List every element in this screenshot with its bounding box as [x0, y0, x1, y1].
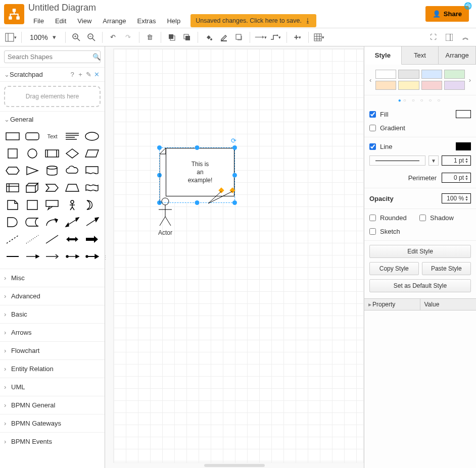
copy-style-button[interactable]: Copy Style	[369, 262, 419, 275]
tab-text[interactable]: Text	[402, 46, 439, 64]
color-swatch[interactable]	[421, 81, 442, 90]
shape-tape[interactable]	[84, 181, 101, 195]
resize-handle-s[interactable]	[195, 200, 200, 205]
menu-help[interactable]: Help	[162, 15, 185, 27]
language-icon[interactable]: 🌐	[464, 2, 472, 10]
palette-general-header[interactable]: ⌄General	[0, 112, 105, 127]
palette-misc[interactable]: ›Misc	[0, 269, 105, 287]
shape-or[interactable]	[84, 198, 101, 212]
palette-bpmn-events[interactable]: ›BPMN Events	[0, 432, 105, 450]
resize-handle-n[interactable]	[195, 145, 200, 150]
shape-biarrow-thick[interactable]	[64, 232, 80, 246]
shape-connector[interactable]	[64, 249, 80, 264]
fill-checkbox[interactable]	[369, 111, 376, 118]
rotate-handle[interactable]: ⟳	[231, 137, 236, 144]
palette-bpmn-general[interactable]: ›BPMN General	[0, 396, 105, 414]
canvas-scrollbar[interactable]	[204, 464, 265, 467]
document-title[interactable]: Untitled Diagram	[28, 1, 425, 14]
shape-document[interactable]	[84, 164, 101, 178]
shape-square[interactable]	[4, 146, 21, 161]
shape-actor[interactable]	[64, 198, 80, 212]
resize-handle-ne[interactable]	[232, 145, 237, 150]
palette-advanced[interactable]: ›Advanced	[0, 287, 105, 305]
shape-callout[interactable]	[44, 198, 61, 212]
shape-rectangle[interactable]	[4, 129, 21, 143]
menu-arrange[interactable]: Arrange	[98, 15, 131, 27]
palette-arrows[interactable]: ›Arrows	[0, 323, 105, 341]
scratchpad-help-icon[interactable]: ?	[68, 71, 76, 78]
color-swatch[interactable]	[398, 81, 419, 90]
gradient-checkbox[interactable]	[369, 125, 376, 131]
chevron-down-icon[interactable]: ⌄	[4, 71, 10, 78]
scratchpad-close-icon[interactable]: ✕	[92, 71, 101, 78]
paste-style-button[interactable]: Paste Style	[422, 262, 471, 275]
share-button[interactable]: 👤 Share	[425, 6, 469, 22]
shape-link[interactable]	[4, 249, 21, 264]
zoom-in-button[interactable]	[70, 31, 83, 44]
perimeter-input[interactable]: 0 pt▲▼	[442, 173, 471, 183]
line-width-input[interactable]: 1 pt▲▼	[442, 155, 471, 166]
undo-button[interactable]: ↶	[107, 31, 120, 44]
search-shapes[interactable]: 🔍	[4, 50, 101, 63]
menu-view[interactable]: View	[72, 15, 97, 27]
shadow-checkbox[interactable]	[419, 215, 426, 221]
resize-handle-nw[interactable]	[157, 145, 162, 150]
scratchpad-edit-icon[interactable]: ✎	[84, 71, 92, 78]
shape-line-dashed[interactable]	[4, 232, 21, 246]
shape-cloud[interactable]	[64, 164, 80, 178]
shape-text[interactable]: Text	[44, 129, 61, 143]
shape-trapezoid[interactable]	[64, 181, 80, 195]
shape-diamond[interactable]	[64, 146, 80, 161]
shape-circle[interactable]	[24, 146, 40, 161]
menu-edit[interactable]: Edit	[50, 15, 71, 27]
shape-hexagon[interactable]	[4, 164, 21, 178]
shape-arrow-diag[interactable]	[84, 215, 101, 229]
color-swatch[interactable]	[444, 81, 465, 90]
splitter-grip[interactable]: ⋮	[105, 254, 108, 261]
line-style-select[interactable]	[369, 155, 425, 166]
format-panel-button[interactable]	[443, 31, 456, 44]
color-swatch[interactable]	[375, 70, 396, 79]
shadow-button[interactable]	[232, 31, 246, 44]
actor-shape[interactable]: Actor	[155, 197, 175, 236]
delete-button[interactable]: 🗑	[144, 31, 157, 44]
shape-line[interactable]	[44, 232, 61, 246]
resize-handle-e[interactable]	[232, 173, 237, 178]
palette-basic[interactable]: ›Basic	[0, 305, 105, 323]
fill-color-button[interactable]	[202, 31, 215, 44]
shape-rounded-rect[interactable]	[24, 129, 40, 143]
color-swatch[interactable]	[444, 70, 465, 79]
swatch-pager[interactable]: ●○ ○ ○ ○ ○	[364, 95, 476, 107]
edit-style-button[interactable]: Edit Style	[369, 245, 471, 258]
scratchpad-add-icon[interactable]: +	[76, 71, 84, 78]
zoom-dropdown[interactable]: ▾	[51, 31, 58, 44]
color-swatch[interactable]	[421, 70, 442, 79]
shape-triangle[interactable]	[24, 164, 40, 178]
view-mode-button[interactable]: ▾	[4, 31, 17, 44]
shape-cube[interactable]	[24, 181, 40, 195]
sketch-checkbox[interactable]	[369, 228, 376, 235]
save-banner[interactable]: Unsaved changes. Click here to save. ⭳	[191, 14, 316, 27]
shape-cylinder[interactable]	[44, 164, 61, 178]
search-input[interactable]	[8, 53, 92, 61]
tab-arrange[interactable]: Arrange	[439, 46, 476, 64]
set-default-style-button[interactable]: Set as Default Style	[369, 279, 471, 292]
insert-button[interactable]: +▾	[291, 31, 304, 44]
shape-biarrow-diag[interactable]	[64, 215, 80, 229]
color-swatch[interactable]	[398, 70, 419, 79]
shape-connector-solid[interactable]	[84, 249, 101, 264]
opacity-input[interactable]: 100 %▲▼	[442, 193, 471, 203]
shape-and[interactable]	[4, 215, 21, 229]
zoom-value[interactable]: 100%	[29, 33, 49, 41]
redo-button[interactable]: ↷	[122, 31, 135, 44]
shape-arrow-open[interactable]	[44, 249, 61, 264]
palette-entity-relation[interactable]: ›Entity Relation	[0, 359, 105, 378]
fullscreen-button[interactable]: ⛶	[426, 31, 440, 44]
to-front-button[interactable]	[165, 31, 178, 44]
canvas-grid[interactable]: This is an example! ⟳	[113, 48, 364, 463]
shape-note[interactable]	[4, 198, 21, 212]
menu-file[interactable]: File	[28, 15, 49, 27]
swatch-next[interactable]: ›	[468, 76, 472, 84]
shape-step[interactable]	[44, 181, 61, 195]
to-back-button[interactable]	[180, 31, 194, 44]
